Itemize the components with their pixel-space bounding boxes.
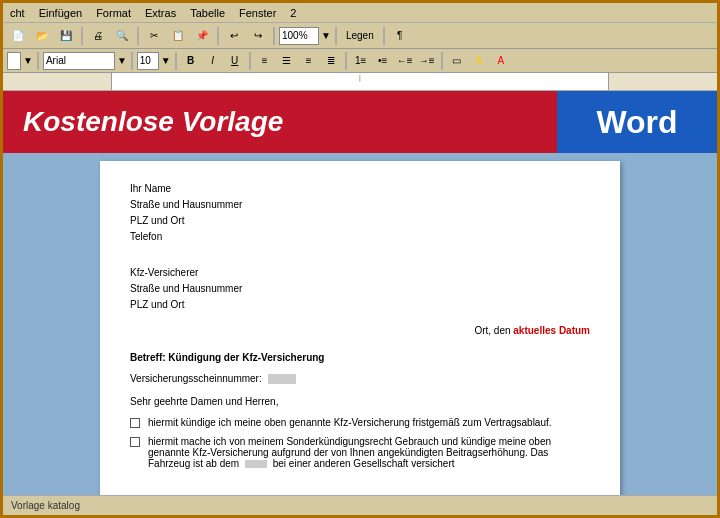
justify-btn[interactable]: ≣ <box>321 52 341 70</box>
fsep1 <box>37 52 39 70</box>
status-bar: Vorlage katalog <box>3 495 717 515</box>
menu-cht[interactable]: cht <box>7 7 28 19</box>
border-btn[interactable]: ▭ <box>447 52 467 70</box>
checkbox-2[interactable] <box>130 437 140 447</box>
sender-street: Straße und Hausnummer <box>130 197 590 213</box>
checkbox-1[interactable] <box>130 418 140 428</box>
ruler: | <box>3 73 717 91</box>
header-banner: Kostenlose Vorlage Word <box>3 91 717 153</box>
policy-line: Versicherungsscheinnummer: <box>130 373 590 384</box>
cut-btn[interactable]: ✂ <box>143 26 165 46</box>
italic-btn[interactable]: I <box>203 52 223 70</box>
subject-line: Betreff: Kündigung der Kfz-Versicherung <box>130 352 590 363</box>
sender-name: Ihr Name <box>130 181 590 197</box>
status-left: Vorlage katalog <box>11 500 80 511</box>
font-arrow: ▼ <box>117 55 127 66</box>
checkbox-2-text: hiermit mache ich von meinem Sonderkündi… <box>148 436 590 469</box>
save-btn[interactable]: 💾 <box>55 26 77 46</box>
recipient-block: Kfz-Versicherer Straße und Hausnummer PL… <box>130 265 590 313</box>
outdent-btn[interactable]: ←≡ <box>395 52 415 70</box>
recipient-city: PLZ und Ort <box>130 297 590 313</box>
font-input[interactable] <box>43 52 115 70</box>
sep1 <box>81 27 83 45</box>
kostenlose-vorlage-text: Kostenlose Vorlage <box>23 106 283 138</box>
highlight-btn[interactable]: A <box>469 52 489 70</box>
align-left-btn[interactable]: ≡ <box>255 52 275 70</box>
style-input[interactable] <box>7 52 21 70</box>
align-right-btn[interactable]: ≡ <box>299 52 319 70</box>
preview-btn[interactable]: 🔍 <box>111 26 133 46</box>
style-arrow: ▼ <box>23 55 33 66</box>
redo-btn[interactable]: ↪ <box>247 26 269 46</box>
policy-label: Versicherungsscheinnummer: <box>130 373 262 384</box>
fsep6 <box>441 52 443 70</box>
paste-btn[interactable]: 📌 <box>191 26 213 46</box>
view-btn[interactable]: Legen <box>341 26 379 46</box>
menu-format[interactable]: Format <box>93 7 134 19</box>
doc-wrapper: Ihr Name Straße und Hausnummer PLZ und O… <box>3 153 717 495</box>
zoom-label: ▼ <box>321 30 331 41</box>
fsep5 <box>345 52 347 70</box>
new-btn[interactable]: 📄 <box>7 26 29 46</box>
fsep4 <box>249 52 251 70</box>
checkbox-1-text: hiermit kündige ich meine oben genannte … <box>148 417 552 428</box>
underline-btn[interactable]: U <box>225 52 245 70</box>
size-arrow: ▼ <box>161 55 171 66</box>
header-left: Kostenlose Vorlage <box>3 91 557 153</box>
print-btn[interactable]: 🖨 <box>87 26 109 46</box>
header-right: Word <box>557 91 717 153</box>
bold-btn[interactable]: B <box>181 52 201 70</box>
sender-city: PLZ und Ort <box>130 213 590 229</box>
word-text: Word <box>596 104 677 141</box>
menu-tabelle[interactable]: Tabelle <box>187 7 228 19</box>
sep5 <box>335 27 337 45</box>
date-box-inline <box>245 460 267 468</box>
checkbox-item-2: hiermit mache ich von meinem Sonderkündi… <box>130 436 590 469</box>
document-page: Ihr Name Straße und Hausnummer PLZ und O… <box>100 161 620 495</box>
sep3 <box>217 27 219 45</box>
undo-btn[interactable]: ↩ <box>223 26 245 46</box>
menu-bar: cht Einfügen Format Extras Tabelle Fenst… <box>3 3 717 23</box>
align-center-btn[interactable]: ☰ <box>277 52 297 70</box>
sender-block: Ihr Name Straße und Hausnummer PLZ und O… <box>130 181 590 245</box>
sep2 <box>137 27 139 45</box>
sep4 <box>273 27 275 45</box>
menu-fenster[interactable]: Fenster <box>236 7 279 19</box>
policy-box <box>268 374 296 384</box>
sender-phone: Telefon <box>130 229 590 245</box>
numbering-btn[interactable]: 1≡ <box>351 52 371 70</box>
fontcolor-btn[interactable]: A <box>491 52 511 70</box>
format-bar: ▼ ▼ ▼ B I U ≡ ☰ ≡ ≣ 1≡ •≡ ←≡ →≡ ▭ A A <box>3 49 717 73</box>
date-line: Ort, den aktuelles Datum <box>130 325 590 336</box>
ruler-inner: | <box>111 73 609 90</box>
date-prefix: Ort, den <box>474 325 510 336</box>
app-window: cht Einfügen Format Extras Tabelle Fenst… <box>0 0 720 518</box>
sep6 <box>383 27 385 45</box>
date-value-text: aktuelles Datum <box>513 325 590 336</box>
copy-btn[interactable]: 📋 <box>167 26 189 46</box>
fsep2 <box>131 52 133 70</box>
recipient-name: Kfz-Versicherer <box>130 265 590 281</box>
scroll-area[interactable]: Ihr Name Straße und Hausnummer PLZ und O… <box>3 153 717 495</box>
ruler-marker: | <box>359 74 361 81</box>
open-btn[interactable]: 📂 <box>31 26 53 46</box>
menu-einfuegen[interactable]: Einfügen <box>36 7 85 19</box>
zoom-input[interactable] <box>279 27 319 45</box>
menu-2[interactable]: 2 <box>287 7 299 19</box>
indent-btn[interactable]: →≡ <box>417 52 437 70</box>
greeting: Sehr geehrte Damen und Herren, <box>130 396 590 407</box>
size-input[interactable] <box>137 52 159 70</box>
menu-extras[interactable]: Extras <box>142 7 179 19</box>
recipient-street: Straße und Hausnummer <box>130 281 590 297</box>
checkbox-item-1: hiermit kündige ich meine oben genannte … <box>130 417 590 428</box>
bullets-btn[interactable]: •≡ <box>373 52 393 70</box>
toolbar: 📄 📂 💾 🖨 🔍 ✂ 📋 📌 ↩ ↪ ▼ Legen ¶ <box>3 23 717 49</box>
fsep3 <box>175 52 177 70</box>
para-btn[interactable]: ¶ <box>389 26 411 46</box>
